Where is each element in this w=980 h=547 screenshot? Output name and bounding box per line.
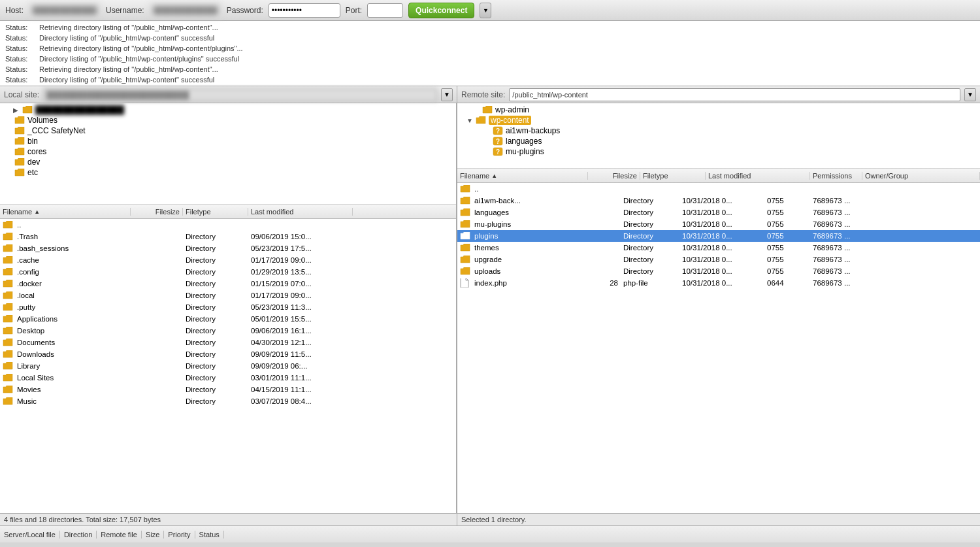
transfer-col-priority: Priority — [164, 531, 195, 539]
table-row[interactable]: ai1wm-back... Directory 10/31/2018 0... … — [457, 195, 980, 207]
tree-item[interactable]: cores — [0, 146, 456, 157]
tree-item[interactable]: ▼wp-content — [457, 115, 980, 125]
table-row[interactable]: .local Directory 01/17/2019 09:0... — [0, 290, 456, 301]
tree-item[interactable]: Volumes — [0, 115, 456, 125]
folder-icon — [14, 137, 25, 146]
folder-icon — [460, 267, 470, 276]
password-input[interactable] — [269, 3, 340, 18]
folder-icon — [3, 244, 13, 253]
transfer-col-status: Status — [195, 531, 224, 539]
remote-header-filetype[interactable]: Filetype — [640, 172, 706, 180]
col-filename: .config — [0, 267, 131, 276]
table-row[interactable]: upgrade Directory 10/31/2018 0... 0755 7… — [457, 254, 980, 265]
log-text: Directory listing of "/public_html/wp-co… — [39, 75, 214, 85]
port-input[interactable] — [367, 3, 403, 18]
remote-file-list: .. ai1wm-back... Directory 10/31/2018 0.… — [457, 183, 980, 513]
tree-item[interactable]: _CCC SafetyNet — [0, 125, 456, 136]
col-filetype: Directory — [183, 374, 248, 382]
folder-icon — [14, 157, 25, 167]
folder-icon — [22, 105, 33, 114]
col-filename: Library — [0, 361, 131, 371]
tree-item[interactable]: dev — [0, 157, 456, 167]
col-filename: themes — [457, 243, 588, 252]
file-icon — [460, 278, 470, 288]
col-lastmod: 10/31/2018 0... — [679, 197, 764, 205]
host-input[interactable] — [29, 3, 101, 18]
col-filename: .cache — [0, 256, 131, 265]
tree-toggle: ▶ — [13, 107, 22, 114]
table-row[interactable]: .putty Directory 05/23/2019 11:3... — [0, 301, 456, 313]
folder-icon — [482, 105, 493, 114]
log-label: Status: — [5, 75, 37, 85]
quickconnect-dropdown[interactable]: ▼ — [480, 3, 491, 18]
table-row[interactable]: Local Sites Directory 03/01/2019 11:1... — [0, 372, 456, 384]
remote-status: Selected 1 directory. — [457, 514, 980, 525]
local-site-dropdown[interactable]: ▼ — [441, 88, 453, 101]
col-filetype: Directory — [621, 197, 679, 205]
col-lastmod: 09/06/2019 16:1... — [248, 327, 353, 335]
local-header-filename[interactable]: Filename ▲ — [0, 208, 131, 216]
col-filetype: Directory — [621, 244, 679, 252]
col-perms: 0755 — [764, 197, 810, 205]
local-status: 4 files and 18 directories. Total size: … — [0, 514, 457, 525]
local-site-path[interactable]: ████████████████████████████ — [43, 88, 437, 101]
col-perms: 0755 — [764, 220, 810, 228]
table-row[interactable]: Movies Directory 04/15/2019 11:1... — [0, 384, 456, 395]
transfer-col-remote: Remote file — [97, 531, 142, 539]
tree-item[interactable]: bin — [0, 136, 456, 146]
tree-item[interactable]: wp-admin — [457, 105, 980, 115]
remote-header-filesize[interactable]: Filesize — [588, 172, 640, 180]
table-row[interactable]: Music Directory 03/07/2019 08:4... — [0, 395, 456, 407]
col-filetype: Directory — [183, 362, 248, 370]
table-row[interactable]: Documents Directory 04/30/2019 12:1... — [0, 337, 456, 348]
table-row[interactable]: uploads Directory 10/31/2018 0... 0755 7… — [457, 265, 980, 277]
username-input[interactable] — [150, 3, 221, 18]
folder-icon — [3, 385, 13, 394]
table-row[interactable]: mu-plugins Directory 10/31/2018 0... 075… — [457, 218, 980, 230]
remote-file-list-header: Filename ▲ Filesize Filetype Last modifi… — [457, 169, 980, 183]
table-row[interactable]: Downloads Directory 09/09/2019 11:5... — [0, 348, 456, 360]
remote-header-permissions[interactable]: Permissions — [810, 172, 862, 180]
table-row[interactable]: .. — [0, 219, 456, 231]
col-filetype: Directory — [183, 386, 248, 393]
tree-item[interactable]: ?languages — [457, 136, 980, 146]
local-header-filetype[interactable]: Filetype — [183, 208, 248, 216]
col-perms: 0755 — [764, 232, 810, 240]
table-row[interactable]: .config Directory 01/29/2019 13:5... — [0, 266, 456, 278]
folder-icon — [3, 397, 13, 406]
table-row[interactable]: themes Directory 10/31/2018 0... 0755 76… — [457, 242, 980, 254]
table-row[interactable]: .cache Directory 01/17/2019 09:0... — [0, 254, 456, 266]
tree-label: wp-content — [489, 116, 531, 125]
tree-item[interactable]: ?ai1wm-backups — [457, 125, 980, 136]
table-row[interactable]: .bash_sessions Directory 05/23/2019 17:5… — [0, 242, 456, 254]
table-row[interactable]: Applications Directory 05/01/2019 15:5..… — [0, 313, 456, 325]
col-filetype: Directory — [183, 303, 248, 311]
folder-icon — [460, 208, 470, 217]
remote-header-filename[interactable]: Filename ▲ — [457, 172, 588, 180]
table-row[interactable]: .Trash Directory 09/06/2019 15:0... — [0, 231, 456, 242]
table-row[interactable]: index.php 28 php-file 10/31/2018 0... 06… — [457, 277, 980, 289]
col-filename: .bash_sessions — [0, 244, 131, 253]
tree-item[interactable]: etc — [0, 167, 456, 178]
table-row[interactable]: Library Directory 09/09/2019 06:... — [0, 360, 456, 372]
col-lastmod: 05/23/2019 17:5... — [248, 244, 353, 252]
tree-toggle: ▼ — [466, 117, 476, 124]
folder-icon — [14, 168, 25, 177]
local-header-lastmod[interactable]: Last modified — [248, 208, 353, 216]
table-row[interactable]: .. — [457, 183, 980, 195]
table-row[interactable]: Desktop Directory 09/06/2019 16:1... — [0, 325, 456, 337]
tree-item[interactable]: ?mu-plugins — [457, 146, 980, 157]
tree-item[interactable]: ▶████████████████ — [0, 105, 456, 115]
local-header-filesize[interactable]: Filesize — [131, 208, 183, 216]
remote-header-owner[interactable]: Owner/Group — [862, 172, 980, 180]
table-row[interactable]: languages Directory 10/31/2018 0... 0755… — [457, 207, 980, 218]
col-filetype: php-file — [621, 279, 679, 287]
remote-site-path[interactable]: /public_html/wp-content — [509, 88, 960, 101]
table-row[interactable]: .docker Directory 01/15/2019 07:0... — [0, 278, 456, 290]
folder-icon — [460, 231, 470, 240]
remote-site-dropdown[interactable]: ▼ — [964, 88, 976, 101]
remote-header-lastmod[interactable]: Last modified — [706, 172, 810, 180]
quickconnect-button[interactable]: Quickconnect — [408, 3, 474, 18]
table-row[interactable]: plugins Directory 10/31/2018 0... 0755 7… — [457, 230, 980, 242]
col-filetype: Directory — [183, 339, 248, 346]
